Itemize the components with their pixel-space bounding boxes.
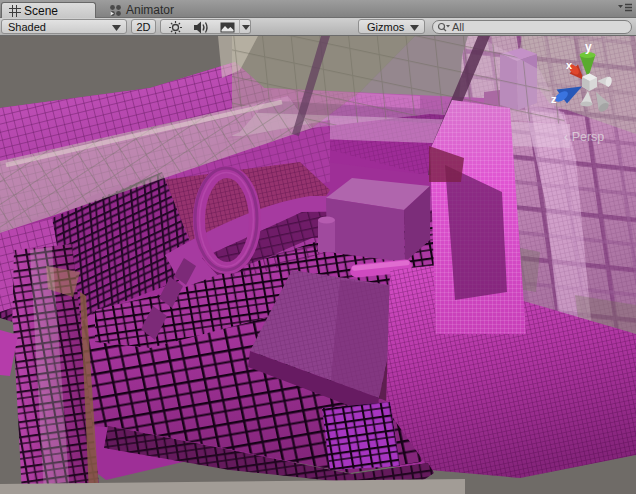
svg-text:x: x xyxy=(566,59,573,71)
svg-text:y: y xyxy=(585,40,592,54)
svg-text:‹ Persp: ‹ Persp xyxy=(564,130,604,144)
svg-text:z: z xyxy=(551,93,557,105)
